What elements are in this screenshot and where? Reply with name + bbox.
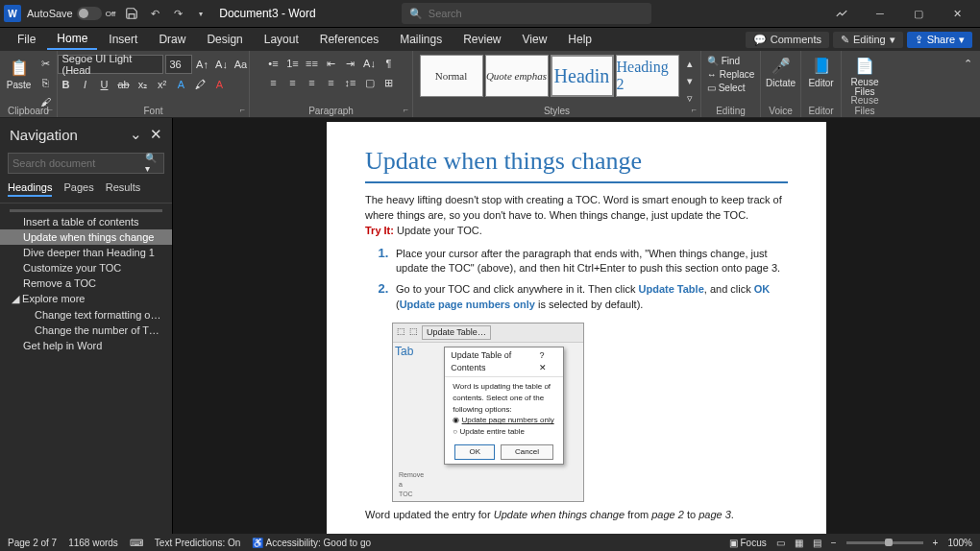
font-color-icon[interactable]: A [211, 76, 229, 93]
toggle-icon[interactable] [77, 7, 102, 20]
editor-button[interactable]: 📘Editor [804, 53, 837, 90]
dialog-launcher-icon[interactable]: ⌐ [404, 105, 408, 114]
menu-review[interactable]: Review [453, 30, 510, 49]
menu-home[interactable]: Home [47, 29, 97, 50]
dictate-button[interactable]: 🎤Dictate [762, 53, 799, 90]
shrink-font-icon[interactable]: A↓ [213, 56, 231, 73]
share-button[interactable]: ⇪ Share ▾ [907, 32, 972, 48]
autosave-toggle[interactable]: AutoSave Off [27, 7, 115, 20]
menu-layout[interactable]: Layout [255, 30, 308, 49]
font-name-select[interactable]: Segoe UI Light (Head [58, 55, 163, 74]
grow-font-icon[interactable]: A↑ [194, 56, 211, 73]
styles-down-icon[interactable]: ▾ [681, 72, 698, 89]
paste-button[interactable]: 📋Paste [3, 55, 36, 92]
subscript-button[interactable]: x₂ [135, 76, 152, 93]
nav-search-input[interactable] [12, 157, 145, 169]
nav-item[interactable]: Change text formatting of the TO… [0, 307, 172, 323]
heading-1[interactable]: Use styles for headings [365, 527, 788, 534]
line-spacing-icon[interactable]: ↕≡ [342, 74, 359, 91]
dialog-launcher-icon[interactable]: ⌐ [240, 105, 245, 114]
undo-icon[interactable]: ↶ [146, 5, 163, 22]
page-status[interactable]: Page 2 of 7 [8, 538, 57, 548]
nav-tab-pages[interactable]: Pages [63, 181, 93, 197]
dialog-launcher-icon[interactable]: ⌐ [48, 105, 53, 114]
menu-help[interactable]: Help [558, 30, 601, 49]
search-bar[interactable]: 🔍 [402, 3, 651, 24]
zoom-slider[interactable] [846, 541, 923, 544]
list-item[interactable]: Place your cursor after the paragraph th… [392, 245, 788, 277]
paragraph[interactable]: Word updated the entry for Update when t… [365, 508, 788, 523]
menu-view[interactable]: View [513, 30, 557, 49]
text-effects-icon[interactable]: A [173, 76, 190, 93]
qat-dropdown-icon[interactable]: ▾ [192, 5, 209, 22]
style-heading2[interactable]: Heading 2 [616, 55, 679, 97]
nav-item[interactable]: Change the number of TOC levels [0, 323, 172, 338]
collapse-ribbon-icon[interactable]: ⌃ [959, 55, 976, 72]
justify-icon[interactable]: ≡ [323, 74, 340, 91]
align-center-icon[interactable]: ≡ [284, 74, 302, 91]
style-normal[interactable]: Normal [420, 55, 483, 97]
list-item[interactable]: Go to your TOC and click anywhere in it.… [392, 280, 788, 313]
menu-draw[interactable]: Draw [149, 30, 195, 49]
nav-item[interactable]: Customize your TOC [0, 260, 172, 276]
dialog-launcher-icon[interactable]: ⌐ [692, 105, 697, 114]
style-quote[interactable]: Quote emphas [485, 55, 549, 97]
nav-item[interactable]: Insert a table of contents [0, 214, 172, 229]
underline-button[interactable]: U [96, 76, 113, 93]
nav-item[interactable]: Get help in Word [0, 338, 172, 353]
borders-icon[interactable]: ⊞ [380, 74, 398, 91]
copy-icon[interactable]: ⎘ [37, 74, 54, 91]
comments-button[interactable]: 💬 Comments [746, 32, 829, 48]
document-area[interactable]: Update when things change The heavy lift… [173, 118, 980, 534]
menu-design[interactable]: Design [197, 30, 252, 49]
focus-mode[interactable]: ▣ Focus [729, 538, 767, 548]
bold-button[interactable]: B [58, 76, 75, 93]
nav-collapse-icon[interactable]: ⌄ [130, 126, 142, 142]
numbering-icon[interactable]: 1≡ [284, 55, 302, 72]
menu-insert[interactable]: Insert [99, 30, 147, 49]
zoom-level[interactable]: 100% [947, 538, 972, 548]
nav-item-bar[interactable] [10, 209, 162, 212]
align-left-icon[interactable]: ≡ [265, 74, 282, 91]
select-button[interactable]: ▭Select [704, 82, 758, 94]
style-heading1[interactable]: Headin [551, 55, 614, 97]
nav-tab-headings[interactable]: Headings [8, 181, 52, 197]
multilevel-icon[interactable]: ≡≡ [304, 55, 321, 72]
sort-icon[interactable]: A↓ [361, 55, 379, 72]
italic-button[interactable]: I [77, 76, 94, 93]
paragraph[interactable]: Try It: Update your TOC. [365, 224, 788, 239]
view-read-icon[interactable]: ▭ [776, 538, 785, 548]
cut-icon[interactable]: ✂ [37, 55, 54, 72]
ribbon-display-icon[interactable] [822, 0, 861, 27]
bullets-icon[interactable]: •≡ [265, 55, 282, 72]
paragraph[interactable]: The heavy lifting doesn't stop with crea… [365, 193, 788, 224]
nav-close-icon[interactable]: ✕ [150, 126, 162, 142]
view-web-icon[interactable]: ▤ [813, 538, 821, 548]
menu-references[interactable]: References [310, 30, 388, 49]
increase-indent-icon[interactable]: ⇥ [342, 55, 359, 72]
nav-item[interactable]: Update when things change [0, 229, 172, 245]
nav-item[interactable]: Remove a TOC [0, 276, 172, 291]
accessibility-status[interactable]: ♿ Accessibility: Good to go [252, 538, 371, 548]
view-print-icon[interactable]: ▦ [795, 538, 803, 548]
replace-button[interactable]: ↔Replace [704, 68, 758, 81]
language-icon[interactable]: ⌨ [130, 538, 143, 548]
decrease-indent-icon[interactable]: ⇤ [323, 55, 340, 72]
nav-tab-results[interactable]: Results [106, 181, 141, 197]
search-input[interactable] [429, 8, 644, 19]
shading-icon[interactable]: ▢ [361, 74, 379, 91]
change-case-icon[interactable]: Aa [233, 56, 250, 73]
find-button[interactable]: 🔍Find [704, 55, 758, 67]
nav-item[interactable]: ◢ Explore more [0, 291, 172, 307]
close-icon[interactable]: ✕ [938, 0, 976, 27]
editing-button[interactable]: ✎ Editing ▾ [833, 32, 903, 48]
nav-search[interactable]: 🔍▾ [8, 153, 164, 174]
zoom-in-icon[interactable]: + [933, 538, 939, 548]
zoom-out-icon[interactable]: − [831, 538, 837, 548]
styles-up-icon[interactable]: ▴ [681, 55, 698, 72]
align-right-icon[interactable]: ≡ [304, 74, 321, 91]
reuse-files-button[interactable]: 📄Reuse Files [845, 53, 884, 99]
show-marks-icon[interactable]: ¶ [380, 55, 398, 72]
superscript-button[interactable]: x² [154, 76, 171, 93]
menu-mailings[interactable]: Mailings [390, 30, 452, 49]
